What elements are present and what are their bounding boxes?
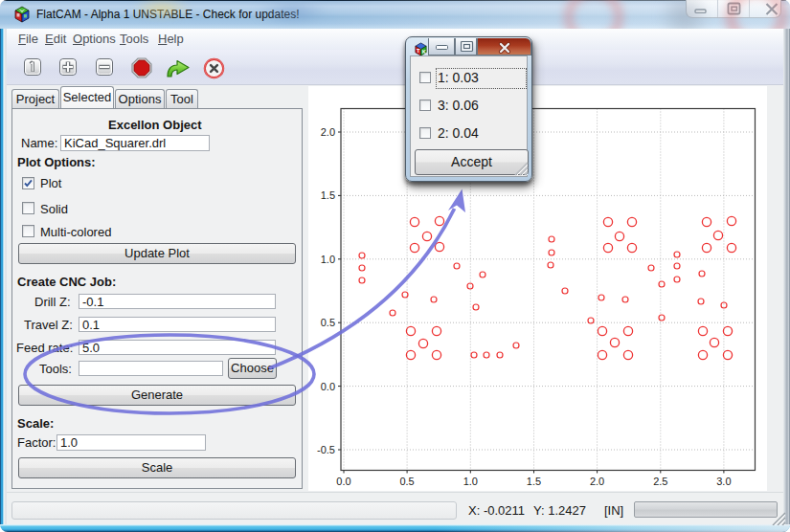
svg-text:T: T (417, 48, 420, 54)
svg-text:K: K (422, 49, 426, 55)
